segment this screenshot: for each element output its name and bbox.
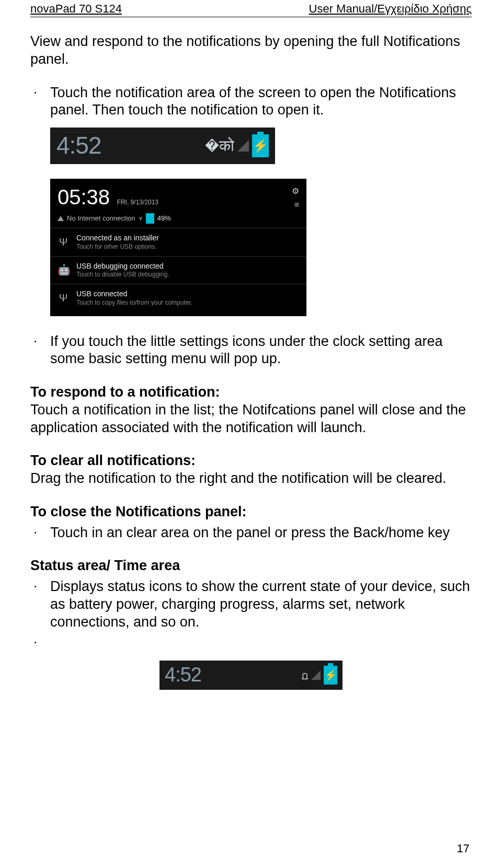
charging-icon: ⚡ — [253, 138, 268, 154]
bullet-icon — [30, 634, 50, 649]
battery-icon: ⚡ — [324, 666, 337, 685]
notification-item: Ψ USB connected Touch to copy files to/f… — [50, 284, 306, 312]
statusbar-clock: 4:52 — [56, 131, 101, 161]
respond-body: Touch a notification in the list; the No… — [30, 402, 466, 435]
notification-item: Ψ Connected as an installer Touch for ot… — [50, 228, 306, 256]
warning-icon — [58, 216, 64, 221]
notification-panel-screenshot: 05:38 FRI, 9/13/2013 ⚙ ≡ No Internet con… — [50, 179, 306, 316]
notif-title: USB debugging connected — [76, 262, 169, 271]
clear-body: Drag the notification to the right and t… — [30, 470, 446, 486]
battery-icon: ⚡ — [252, 134, 269, 157]
battery-percent: 49% — [157, 214, 171, 223]
notif-title: Connected as an installer — [76, 234, 159, 243]
wifi-icon: ⩍ — [302, 668, 308, 682]
bullet-icon — [30, 333, 50, 348]
notif-subtitle: Touch for other USB options. — [76, 243, 159, 251]
close-heading: To close the Notifications panel: — [30, 504, 247, 519]
usb-icon: Ψ — [58, 236, 69, 249]
bullet-icon — [30, 84, 50, 99]
intro-paragraph: View and respond to the notifications by… — [30, 33, 472, 68]
bullet-icon — [30, 578, 50, 593]
close-bullet: Touch in an clear area on the panel or p… — [50, 524, 472, 542]
settings-sliders-icon: ⚙ — [292, 186, 299, 196]
panel-date: FRI, 9/13/2013 — [117, 199, 158, 206]
panel-time: 05:38 — [58, 186, 110, 209]
settings-sliders-icon-2: ≡ — [294, 200, 299, 210]
status-bullet: Displays status icons to show the curren… — [50, 578, 472, 631]
wifi-icon: �को — [205, 136, 234, 156]
notification-item: 🤖 USB debugging connected Touch to disab… — [50, 256, 306, 284]
notif-subtitle: Touch to copy files to/from your compute… — [76, 299, 192, 307]
bullet-open-panel: Touch the notification area of the scree… — [50, 84, 472, 120]
bullet-settings-icons: If you touch the little settings icons u… — [50, 333, 472, 368]
clear-heading: To clear all notifications: — [30, 453, 196, 468]
signal-icon — [311, 670, 321, 680]
usb-icon: Ψ — [58, 292, 69, 305]
header-right: User Manual/Εγχειρίδιο Χρήσης — [309, 2, 472, 16]
notif-subtitle: Touch to disable USB debugging. — [76, 271, 169, 279]
no-internet-text: No Internet connection — [67, 214, 135, 223]
respond-heading: To respond to a notification: — [30, 384, 220, 400]
signal-icon — [237, 140, 249, 152]
charging-icon: ⚡ — [324, 669, 337, 681]
battery-small-icon — [146, 213, 154, 224]
statusbar-screenshot-2: 4:52 ⩍ ⚡ — [159, 661, 343, 690]
statusbar-clock: 4:52 — [165, 664, 201, 686]
status-heading: Status area/ Time area — [30, 558, 180, 573]
header-left: novaPad 70 S124 — [30, 2, 122, 16]
chevron-down-icon: ∨ — [139, 215, 143, 222]
bullet-icon — [30, 524, 50, 539]
android-icon: 🤖 — [58, 263, 69, 276]
page-number: 17 — [457, 842, 470, 855]
notif-title: USB connected — [76, 290, 192, 299]
statusbar-screenshot-1: 4:52 �को ⚡ — [50, 128, 275, 164]
